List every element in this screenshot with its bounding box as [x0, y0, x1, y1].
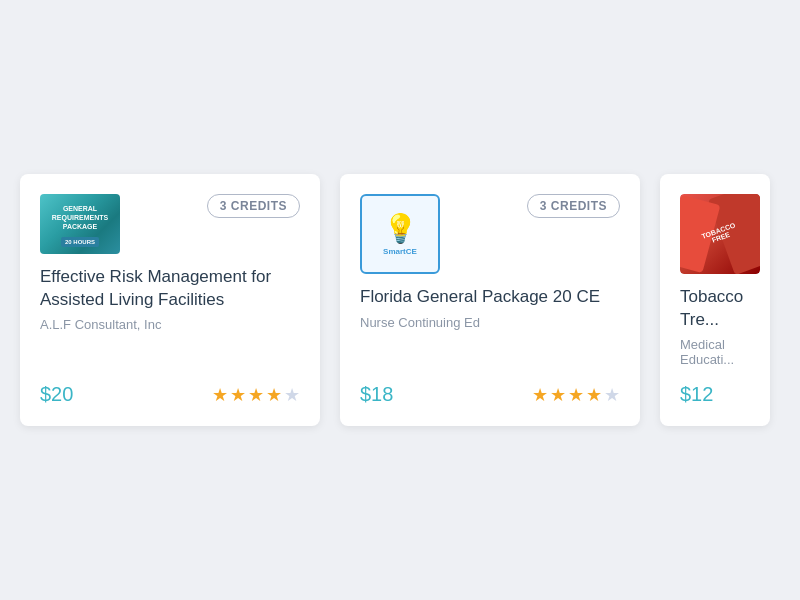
card-footer-3: $12: [680, 383, 750, 406]
card-thumbnail-2: 💡 SmartCE: [360, 194, 440, 274]
card-price-1: $20: [40, 383, 73, 406]
card-price-3: $12: [680, 383, 713, 406]
star-2-2: ★: [550, 384, 566, 406]
star-1-3: ★: [248, 384, 264, 406]
card-body-3: Tobacco Tre... Medical Educati...: [680, 286, 750, 368]
card-stars-2: ★ ★ ★ ★ ★: [532, 384, 620, 406]
star-1-5: ★: [284, 384, 300, 406]
card-stars-1: ★ ★ ★ ★ ★: [212, 384, 300, 406]
star-2-3: ★: [568, 384, 584, 406]
credits-badge-2: 3 CREDITS: [527, 194, 620, 218]
card-price-2: $18: [360, 383, 393, 406]
card-title-2: Florida General Package 20 CE: [360, 286, 620, 309]
star-2-4: ★: [586, 384, 602, 406]
star-1-1: ★: [212, 384, 228, 406]
card-thumbnail-1: GENERALREQUIREMENTSPACKAGE 20 HOURS: [40, 194, 120, 254]
smartce-label: SmartCE: [383, 247, 417, 256]
course-card-3[interactable]: TOBACCOFREE Tobacco Tre... Medical Educa…: [660, 174, 770, 427]
course-card-1[interactable]: GENERALREQUIREMENTSPACKAGE 20 HOURS 3 CR…: [20, 174, 320, 427]
card-title-3: Tobacco Tre...: [680, 286, 750, 332]
card-body-2: Florida General Package 20 CE Nurse Cont…: [360, 286, 620, 368]
card-header-3: TOBACCOFREE: [680, 194, 750, 274]
card-provider-1: A.L.F Consultant, Inc: [40, 317, 300, 332]
card-title-1: Effective Risk Management for Assisted L…: [40, 266, 300, 312]
lightbulb-icon: 💡: [383, 212, 418, 245]
star-2-5: ★: [604, 384, 620, 406]
card-header-2: 💡 SmartCE 3 CREDITS: [360, 194, 620, 274]
card-body-1: Effective Risk Management for Assisted L…: [40, 266, 300, 368]
star-1-2: ★: [230, 384, 246, 406]
star-1-4: ★: [266, 384, 282, 406]
card-provider-2: Nurse Continuing Ed: [360, 315, 620, 330]
cards-container: GENERALREQUIREMENTSPACKAGE 20 HOURS 3 CR…: [0, 154, 800, 447]
star-2-1: ★: [532, 384, 548, 406]
credits-badge-1: 3 CREDITS: [207, 194, 300, 218]
card-provider-3: Medical Educati...: [680, 337, 750, 367]
card-header-1: GENERALREQUIREMENTSPACKAGE 20 HOURS 3 CR…: [40, 194, 300, 254]
card-footer-1: $20 ★ ★ ★ ★ ★: [40, 383, 300, 406]
course-card-2[interactable]: 💡 SmartCE 3 CREDITS Florida General Pack…: [340, 174, 640, 427]
card-thumbnail-3: TOBACCOFREE: [680, 194, 760, 274]
card-footer-2: $18 ★ ★ ★ ★ ★: [360, 383, 620, 406]
